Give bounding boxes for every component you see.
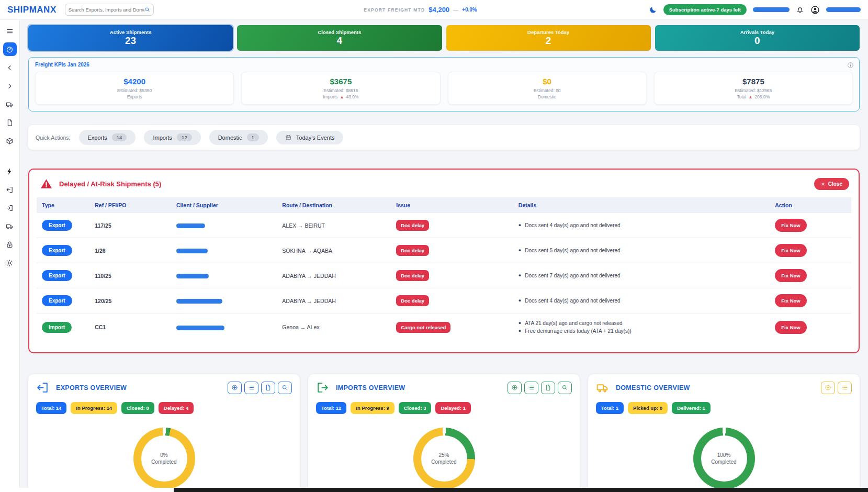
stat-label: Arrivals Today [740,29,774,35]
stat-value: 23 [125,35,136,47]
pill-count-badge: 12 [177,133,192,141]
truck-icon[interactable] [3,97,17,111]
gear-icon[interactable] [3,256,17,270]
route-cell: ALEX → BEIRUT [277,213,391,238]
search-icon[interactable] [278,382,292,394]
add-icon[interactable] [228,382,242,394]
kpi-change: 206.0% [754,94,770,99]
overview-title: DOMESTIC OVERVIEW [616,384,690,392]
detail-text: ATA 21 day(s) ago and cargo not released [525,320,622,326]
redacted-account-name [826,7,861,12]
import-icon[interactable] [3,201,17,215]
kpi-label: Imports [323,94,337,99]
stat-card-arrivals-today[interactable]: Arrivals Today 0 [655,25,860,51]
donut-percent: 25% [438,452,449,458]
type-badge: Export [42,245,72,256]
stat-card-closed-shipments[interactable]: Closed Shipments 4 [237,25,442,51]
delayed-shipments-table: Type Ref / PFI/PO Client / Supplier Rout… [37,197,851,341]
avatar-icon[interactable] [810,5,820,15]
imports-overview-card: IMPORTS OVERVIEW Total: 12 In Progress: … [308,374,580,492]
quick-actions-label: Quick Actions: [36,135,71,141]
donut-percent: 100% [717,452,731,458]
stat-card-departures-today[interactable]: Departures Today 2 [446,25,651,51]
pill-label: Exports [88,135,107,141]
kpi-label: Total [737,94,747,99]
chevron-right-icon[interactable] [3,79,17,93]
up-arrow-icon: ▲ [340,95,344,99]
menu-icon[interactable] [3,24,17,38]
quick-action-imports[interactable]: Imports 12 [144,130,200,145]
donut-label: Completed [151,459,176,465]
total-badge: Total: 14 [36,402,66,414]
stat-card-active-shipments[interactable]: Active Shipments 23 [28,25,233,51]
truck-icon[interactable] [3,219,17,233]
search-box[interactable] [65,4,154,16]
type-badge: Export [42,220,72,231]
kpi-estimated: Estimated: $5350 [40,88,229,93]
table-row: Export 117/25 ALEX → BEIRUT Doc delay ●D… [37,213,851,238]
pill-count-badge: 1 [247,133,259,141]
document-icon[interactable] [3,116,17,129]
close-button[interactable]: ✕ Close [814,178,849,190]
list-icon[interactable] [838,382,852,394]
fix-now-button[interactable]: Fix Now [775,269,806,282]
info-icon[interactable] [847,62,854,69]
issue-badge: Doc delay [396,220,429,231]
exports-overview-card: EXPORTS OVERVIEW Total: 14 In Progress: … [28,374,300,492]
report-icon[interactable] [541,382,555,394]
redacted-client-name [176,326,224,330]
bell-icon[interactable] [796,6,804,14]
fix-now-button[interactable]: Fix Now [775,219,806,232]
stat-card-row: Active Shipments 23 Closed Shipments 4 D… [28,25,860,51]
horizontal-scrollbar[interactable] [0,488,868,492]
alert-title: Delayed / At-Risk Shipments (5) [59,180,161,188]
ticker-value: $4,200 [429,6,449,14]
fix-now-button[interactable]: Fix Now [775,294,806,307]
chevron-left-icon[interactable] [3,61,17,74]
fix-now-button[interactable]: Fix Now [775,244,806,257]
report-icon[interactable] [261,382,275,394]
close-label: Close [828,181,842,187]
table-row: Export 1/26 SOKHNA → AQABA Doc delay ●Do… [37,238,851,263]
in-progress-badge: In Progress: 9 [351,402,394,414]
search-icon[interactable] [558,382,572,394]
quick-action-domestic[interactable]: Domestic 1 [209,130,268,145]
stat-value: 2 [546,35,551,47]
type-badge: Export [42,295,72,306]
kpi-value: $3675 [246,77,435,86]
lock-icon[interactable] [3,238,17,251]
delivered-badge: Delivered: 1 [672,402,711,414]
add-icon[interactable] [821,382,835,394]
moon-icon[interactable] [649,6,657,14]
pill-label: Domestic [218,135,242,141]
package-icon[interactable] [3,134,17,148]
kpi-estimated: Estimated: $0 [453,88,642,93]
in-progress-badge: In Progress: 14 [71,402,117,414]
exports-donut-chart: 0% Completed [133,428,195,489]
col-ref: Ref / PFI/PO [89,197,171,213]
list-icon[interactable] [524,382,538,394]
scrollbar-thumb[interactable] [174,488,868,492]
stat-label: Departures Today [527,29,569,35]
ref-cell: 1/26 [89,238,171,263]
freight-kpi-cards: $4200 Estimated: $5350 Exports $3675 Est… [35,72,853,105]
bolt-icon[interactable] [3,164,17,178]
quick-action-todays-events[interactable]: Today's Events [276,131,344,144]
issue-badge: Doc delay [396,270,429,281]
ticker-label: EXPORT FREIGHT MTD [364,7,425,13]
kpi-estimated: Estimated: $13965 [659,88,848,93]
export-icon[interactable] [3,183,17,196]
app-logo: SHIPMANX [7,5,57,15]
search-input[interactable] [69,7,144,13]
quick-action-exports[interactable]: Exports 14 [79,130,136,145]
add-icon[interactable] [508,382,522,394]
fix-now-button[interactable]: Fix Now [775,321,806,334]
kpi-label: Domestic [538,94,556,99]
route-cell: ADABIYA → JEDDAH [277,288,391,314]
overview-title: IMPORTS OVERVIEW [336,384,405,392]
stat-label: Closed Shipments [318,29,361,35]
subscription-badge: Subscription active-7 days left [663,4,747,15]
dashboard-icon[interactable] [3,42,17,56]
table-row: Export 120/25 ADABIYA → JEDDAH Doc delay… [37,288,851,314]
list-icon[interactable] [244,382,258,394]
